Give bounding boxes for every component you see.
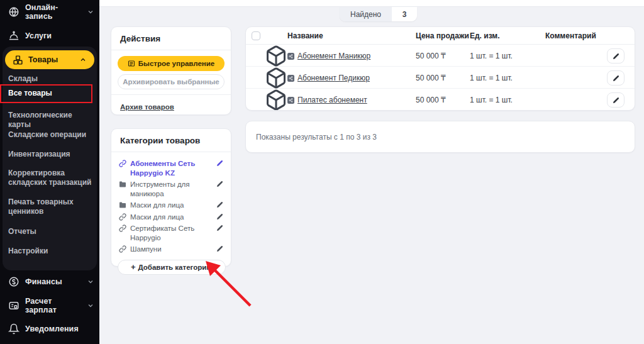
product-link[interactable]: Абонемент Педикюр <box>297 74 370 82</box>
sidebar-item-warehouses[interactable]: Склады <box>8 74 92 84</box>
edit-pencil-icon[interactable] <box>216 213 223 220</box>
column-header-comment: Комментарий <box>545 31 607 40</box>
sidebar-item-services[interactable]: Услуги <box>8 27 94 45</box>
sidebar-goods-panel: Товары Склады Все товары Технологические… <box>3 47 97 270</box>
actions-panel-footer: Архив товаров <box>111 94 231 118</box>
sidebar-item-warehouse-ops[interactable]: Складские операции <box>8 130 92 140</box>
category-item[interactable]: Маски для лица <box>119 201 223 210</box>
folder-icon <box>119 180 126 188</box>
plus-icon: + <box>131 262 136 272</box>
sidebar-item-tech-cards[interactable]: Технологические карты <box>8 111 92 130</box>
network-product-icon <box>287 75 294 82</box>
payroll-icon <box>8 300 19 311</box>
category-item[interactable]: Сертификаты Сеть Happygio <box>119 224 223 242</box>
table-row: Абонемент Маникюр 50 000 ₸ 1 шт. = 1 шт. <box>246 45 635 67</box>
edit-pencil-icon[interactable] <box>216 201 223 208</box>
categories-panel: Категории товаров Абонементы Сеть Happyg… <box>111 128 231 267</box>
top-bar <box>99 0 644 7</box>
category-label: Абонементы Сеть Happygio KZ <box>130 159 213 177</box>
table-header-row: Название Цена продажи Ед. изм. Комментар… <box>246 27 635 45</box>
sidebar-item-settings[interactable]: Настройки <box>8 247 92 256</box>
category-item[interactable]: Абонементы Сеть Happygio KZ <box>119 159 223 177</box>
category-item[interactable]: Инструменты для маникюра <box>119 180 223 198</box>
globe-icon <box>8 6 19 18</box>
unit-cell: 1 шт. = 1 шт. <box>470 96 545 104</box>
edit-pencil-icon[interactable] <box>216 180 223 187</box>
edit-row-button[interactable] <box>607 70 625 86</box>
column-header-name: Название <box>287 31 416 40</box>
list-icon <box>128 60 135 67</box>
add-category-label: Добавить категорию <box>138 264 213 271</box>
dollar-circle-icon <box>8 276 19 287</box>
found-count: 3 <box>392 7 417 21</box>
category-item[interactable]: Маски для лица <box>119 213 223 222</box>
edit-pencil-icon[interactable] <box>216 245 223 252</box>
bell-icon <box>8 323 19 335</box>
sidebar-item-reports[interactable]: Отчеты <box>8 227 92 236</box>
edit-pencil-icon <box>613 75 619 82</box>
found-counter-tab: Найдено 3 <box>340 7 417 21</box>
unit-cell: 1 шт. = 1 шт. <box>470 74 545 82</box>
results-summary-panel: Показаны результаты с 1 по 3 из 3 <box>245 121 635 153</box>
edit-pencil-icon <box>613 53 619 60</box>
boxes-icon <box>13 55 23 65</box>
package-cube-icon <box>265 89 287 111</box>
network-product-icon <box>287 97 294 104</box>
actions-panel-body: Быстрое управление Архивировать выбранны… <box>111 50 231 94</box>
column-header-price: Цена продажи <box>416 31 470 40</box>
sidebar-item-label: Уведомления <box>25 325 94 333</box>
app-root: { "colors": { "accent_yellow": "#ffc61a"… <box>0 0 644 344</box>
table-row: Пилатес абонемент 50 000 ₸ 1 шт. = 1 шт. <box>246 89 635 111</box>
archive-selected-label: Архивировать выбранные <box>123 78 219 86</box>
edit-row-button[interactable] <box>607 48 625 64</box>
goods-archive-link[interactable]: Архив товаров <box>120 103 174 111</box>
archive-selected-button[interactable]: Архивировать выбранные <box>118 74 225 89</box>
category-label: Сертификаты Сеть Happygio <box>130 224 213 242</box>
sidebar-item-payroll[interactable]: Расчет зарплат <box>8 297 94 314</box>
categories-list: Абонементы Сеть Happygio KZ Инструменты … <box>111 152 231 254</box>
products-table: Название Цена продажи Ед. изм. Комментар… <box>245 26 635 111</box>
sidebar-item-goods[interactable]: Товары <box>5 50 94 69</box>
sidebar-item-label: Финансы <box>25 277 81 286</box>
sidebar-item-online-booking[interactable]: Онлайн-запись <box>8 3 94 21</box>
sidebar-item-label: Расчет зарплат <box>25 297 81 314</box>
sidebar-item-price-tags[interactable]: Печать товарных ценников <box>8 197 92 216</box>
sidebar-item-label: Онлайн-запись <box>25 3 81 21</box>
quick-manage-button[interactable]: Быстрое управление <box>118 56 225 71</box>
link-icon <box>119 160 126 167</box>
actions-panel-title: Действия <box>111 27 231 50</box>
chevron-up-icon <box>79 56 87 64</box>
price-cell: 50 000 ₸ <box>416 96 470 104</box>
link-icon <box>119 225 126 232</box>
folder-icon <box>119 201 126 209</box>
sidebar-item-all-goods[interactable]: Все товары <box>8 89 92 98</box>
edit-pencil-icon <box>613 97 619 104</box>
category-label: Маски для лица <box>130 213 213 222</box>
select-all-checkbox[interactable] <box>252 31 260 40</box>
service-bell-icon <box>8 30 19 42</box>
add-category-button[interactable]: + Добавить категорию <box>118 260 226 275</box>
sidebar: Онлайн-запись Услуги Товары Склады Все т… <box>0 0 99 344</box>
sidebar-item-inventory[interactable]: Инвентаризация <box>8 150 92 159</box>
edit-pencil-icon[interactable] <box>216 160 223 167</box>
sidebar-item-correction[interactable]: Корректировка складских транзакций <box>8 169 92 187</box>
product-link[interactable]: Абонемент Маникюр <box>297 52 370 60</box>
package-cube-icon <box>265 45 287 67</box>
category-label: Шампуни <box>130 245 213 254</box>
category-item[interactable]: Шампуни <box>119 245 223 254</box>
link-icon <box>119 213 126 221</box>
price-cell: 50 000 ₸ <box>416 74 470 82</box>
category-label: Маски для лица <box>130 201 213 210</box>
category-label: Инструменты для маникюра <box>130 180 213 198</box>
product-link[interactable]: Пилатес абонемент <box>297 96 367 104</box>
sidebar-item-finance[interactable]: Финансы <box>8 273 94 291</box>
column-header-unit: Ед. изм. <box>470 31 545 40</box>
sidebar-item-label: Товары <box>28 55 74 64</box>
package-cube-icon <box>265 67 287 89</box>
chevron-down-icon <box>87 302 94 309</box>
edit-row-button[interactable] <box>607 92 625 108</box>
sidebar-item-notifications[interactable]: Уведомления <box>8 320 94 338</box>
edit-pencil-icon[interactable] <box>216 225 223 231</box>
actions-panel: Действия Быстрое управление Архивировать… <box>111 26 231 115</box>
table-row: Абонемент Педикюр 50 000 ₸ 1 шт. = 1 шт. <box>246 67 635 89</box>
